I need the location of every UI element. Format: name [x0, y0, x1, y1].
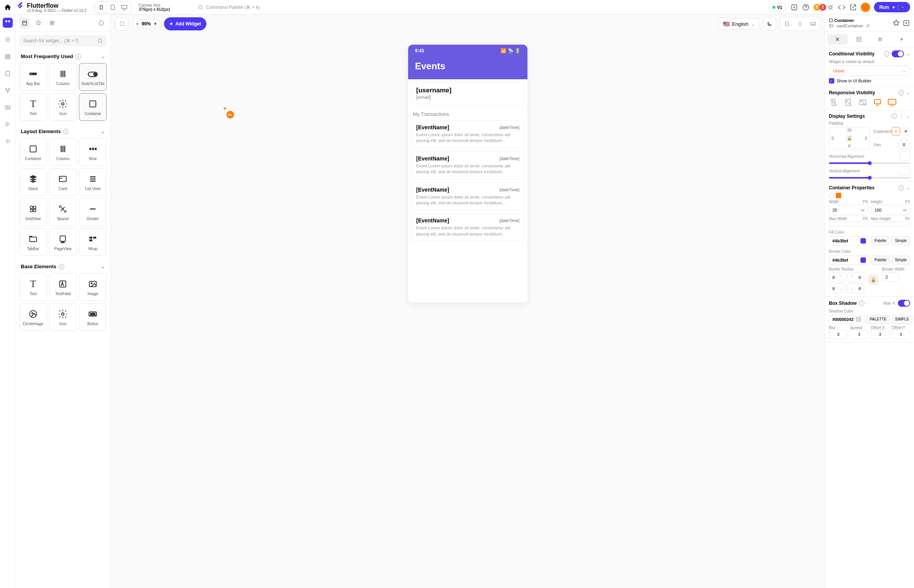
widget-circleimage[interactable]: CircleImage: [19, 303, 47, 331]
widget-card[interactable]: Card: [49, 168, 77, 196]
palette-button[interactable]: Palette: [871, 256, 890, 265]
oy-input[interactable]: 3: [892, 330, 910, 339]
valign-slider[interactable]: [829, 177, 910, 179]
maxheight-input[interactable]: [871, 222, 911, 226]
section-base[interactable]: Base Elements i ⌄: [15, 260, 110, 273]
event-card[interactable]: [EventName][dateTime]Event Lorem ipsum d…: [411, 182, 524, 210]
preview-tablet-icon[interactable]: [780, 17, 793, 30]
widget-tabbar[interactable]: TabBar: [19, 228, 47, 256]
error-badges[interactable]: 5 2: [814, 4, 834, 11]
widget-spacer[interactable]: Spacer: [49, 198, 77, 226]
user-card[interactable]: [username] [email]: [411, 82, 524, 104]
radius-bl-input[interactable]: 8⌞: [829, 284, 846, 293]
valign-input[interactable]: [899, 166, 910, 175]
widget-stack[interactable]: Stack: [19, 168, 47, 196]
widget-container[interactable]: Container: [79, 93, 107, 121]
event-card[interactable]: [EventName][dateTime]Event Lorem ipsum d…: [411, 151, 524, 179]
chevron-down-icon[interactable]: ⌄: [906, 114, 910, 119]
resp-tablet-off[interactable]: [844, 98, 853, 107]
preview-phone-icon[interactable]: [793, 17, 807, 30]
radius-br-input[interactable]: ⌟8: [847, 284, 864, 293]
language-selector[interactable]: 🇺🇸 English ⌄: [719, 18, 759, 30]
lock-icon[interactable]: 🔒: [846, 135, 852, 141]
resp-tablet-land-off[interactable]: [858, 98, 867, 107]
flex-input[interactable]: 0: [898, 140, 910, 149]
device-phone[interactable]: [96, 3, 107, 12]
chevron-down-icon[interactable]: ⌄: [906, 185, 910, 190]
help-icon[interactable]: [802, 3, 810, 11]
rail-page-icon[interactable]: [3, 68, 13, 79]
resp-phone-off[interactable]: [829, 98, 838, 107]
event-card[interactable]: [EventName][dateTime]Event Lorem ipsum d…: [411, 213, 524, 241]
radius-tr-input[interactable]: ⌝8: [847, 272, 864, 282]
widget-textfield[interactable]: TextField: [49, 273, 77, 301]
shadow-hide[interactable]: Hide ⇱: [883, 301, 896, 306]
maxwidth-input[interactable]: [829, 222, 868, 226]
prop-tab-style[interactable]: [827, 34, 847, 45]
shape-rect[interactable]: [836, 193, 841, 198]
event-card[interactable]: [EventName][dateTime]Event Lorem ipsum d…: [411, 120, 524, 148]
resp-desktop-sm[interactable]: [873, 98, 882, 107]
blur-input[interactable]: 3: [829, 330, 847, 339]
theme-icon[interactable]: [892, 19, 900, 27]
run-button[interactable]: Run: [874, 2, 910, 12]
avatar[interactable]: [861, 3, 870, 12]
section-mfu[interactable]: Most Frequently Used i ⌄: [15, 50, 110, 63]
prop-tab-actions[interactable]: [870, 34, 891, 45]
shadow-color-input[interactable]: #00000242: [829, 315, 865, 324]
palette-button[interactable]: PALETTE: [866, 315, 890, 324]
select-tool-icon[interactable]: [116, 17, 129, 30]
widget-gridview[interactable]: GridView: [19, 198, 47, 226]
panel-tab-components[interactable]: [47, 18, 58, 28]
prop-tab-animate[interactable]: [892, 34, 912, 45]
panel-tab-widgets[interactable]: [19, 18, 30, 28]
halign-slider[interactable]: [829, 162, 910, 164]
rail-custom-icon[interactable]: [3, 119, 13, 129]
expansion-expand[interactable]: [902, 127, 910, 135]
add-widget-button[interactable]: + Add Widget: [164, 17, 206, 30]
fill-color-input[interactable]: #4b39ef: [829, 236, 869, 246]
theme-toggle-icon[interactable]: [763, 17, 776, 30]
widget-button[interactable]: BTNButton: [79, 303, 107, 331]
zoom-out-icon[interactable]: −: [136, 21, 139, 27]
code-icon[interactable]: [838, 3, 845, 11]
border-width-input[interactable]: 2: [882, 272, 899, 282]
widget-id[interactable]: ID: cardContainer: [829, 23, 870, 28]
widget-appbar[interactable]: App Bar: [19, 63, 47, 91]
section-layout[interactable]: Layout Elements i ⌄: [15, 125, 110, 138]
widget-icon2[interactable]: Icon: [49, 303, 77, 331]
simple-button[interactable]: Simple: [891, 256, 910, 265]
shape-circle[interactable]: [829, 193, 834, 198]
shadow-toggle[interactable]: [898, 300, 910, 307]
border-color-input[interactable]: #4b39ef: [829, 256, 869, 265]
home-icon[interactable]: [4, 3, 12, 11]
widget-pageview[interactable]: PageView: [49, 228, 77, 256]
external-link-icon[interactable]: [849, 3, 857, 11]
resp-desktop-lg[interactable]: [887, 98, 897, 107]
rail-tree-icon[interactable]: [3, 35, 13, 45]
widget-switchlisttile[interactable]: SwitchListTile: [79, 63, 107, 91]
widget-column[interactable]: Column: [49, 63, 77, 91]
simple-button[interactable]: SIMPLE: [892, 315, 913, 324]
rail-widgets-icon[interactable]: [3, 18, 13, 28]
widget-icon[interactable]: Icon: [49, 93, 77, 121]
padding-editor[interactable]: 20 0 0 0 🔒: [829, 127, 870, 149]
rail-media-icon[interactable]: [3, 102, 13, 112]
widget-column2[interactable]: Column: [49, 138, 77, 166]
chevron-down-icon[interactable]: ⌄: [906, 51, 910, 57]
zoom-in-icon[interactable]: +: [154, 21, 157, 27]
cv-condition-select[interactable]: Unset⌄: [829, 65, 910, 76]
device-desktop[interactable]: [119, 3, 130, 12]
rail-settings-icon[interactable]: [3, 136, 13, 146]
version-badge[interactable]: V1: [768, 3, 786, 11]
widget-text2[interactable]: TText: [19, 273, 47, 301]
expansion-none[interactable]: [892, 127, 900, 135]
command-palette[interactable]: Command Palette (⌘ + k): [198, 5, 764, 10]
widget-search-input[interactable]: Search for widget... (⌘ + f): [19, 35, 107, 47]
halign-input[interactable]: [899, 152, 910, 161]
device-tablet[interactable]: [107, 3, 118, 12]
panel-tab-theme[interactable]: [33, 18, 44, 28]
panel-info-icon[interactable]: [96, 18, 107, 28]
cv-toggle[interactable]: [892, 50, 904, 57]
widget-image[interactable]: Image: [79, 273, 107, 301]
